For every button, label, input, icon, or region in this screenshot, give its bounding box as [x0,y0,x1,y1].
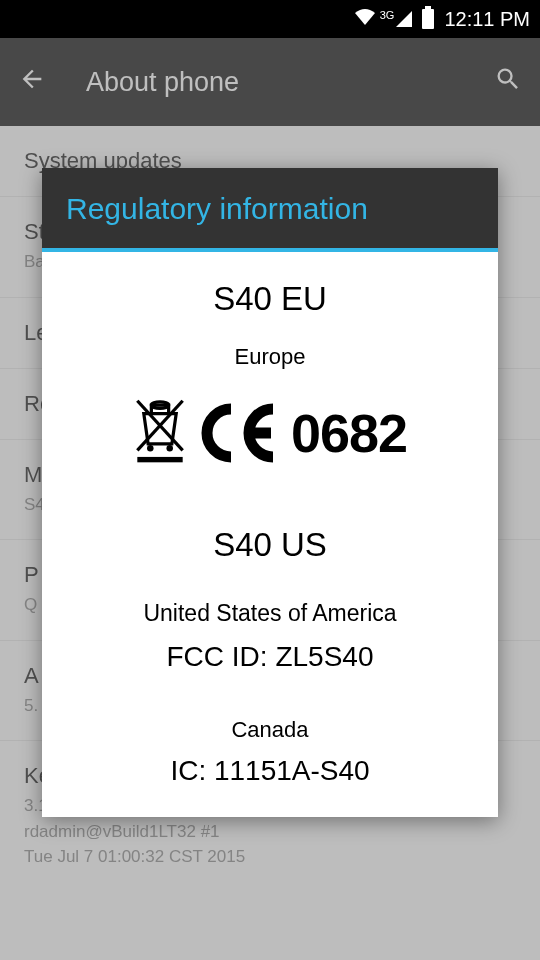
ic-id: IC: 11151A-S40 [62,755,478,787]
battery-icon [422,9,434,29]
dialog-body[interactable]: S40 EU Europe [42,252,498,817]
clock: 12:11 PM [444,8,530,31]
weee-icon [133,396,187,470]
wifi-icon [354,8,376,30]
region-ca: Canada [62,717,478,743]
svg-point-2 [166,445,172,451]
region-us: United States of America [62,600,478,627]
model-eu: S40 EU [62,280,478,318]
status-icons: 3G 12:11 PM [354,8,530,31]
signal-icon [396,11,412,27]
ce-mark: 0682 [201,402,407,464]
fcc-id: FCC ID: ZL5S40 [62,641,478,673]
region-eu: Europe [62,344,478,370]
dialog-title: Regulatory information [66,192,474,226]
ce-row: 0682 [62,396,478,470]
status-bar: 3G 12:11 PM [0,0,540,38]
regulatory-dialog: Regulatory information S40 EU Europe [42,168,498,817]
svg-rect-0 [137,457,182,462]
model-us: S40 US [62,526,478,564]
network-type: 3G [380,9,395,21]
dialog-header: Regulatory information [42,168,498,252]
ce-number: 0682 [291,402,407,464]
svg-point-1 [147,445,153,451]
